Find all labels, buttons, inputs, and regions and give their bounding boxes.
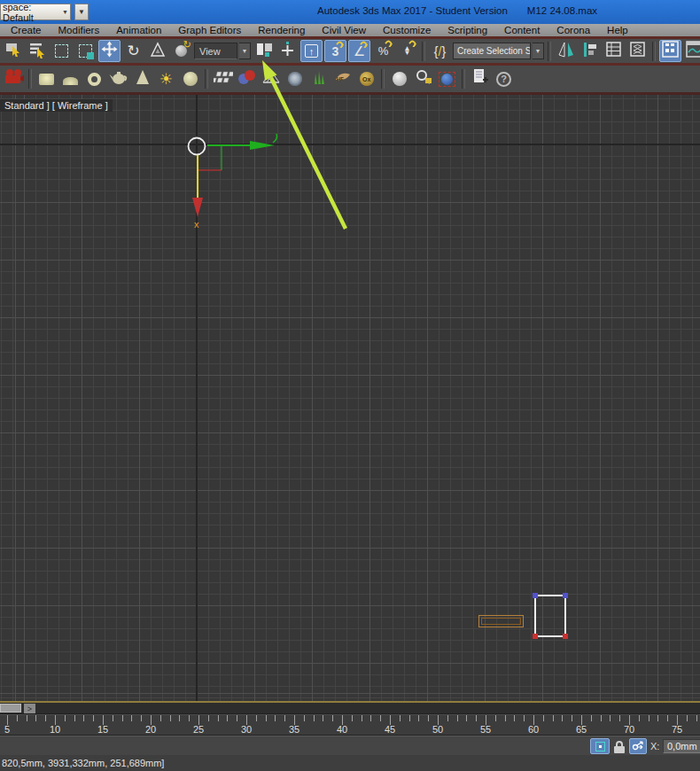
- select-and-scale-button[interactable]: [146, 40, 168, 62]
- align-button[interactable]: [579, 40, 601, 62]
- menu-modifiers[interactable]: Modifiers: [58, 25, 100, 35]
- viewport[interactable]: Standard ] [ Wireframe ] x: [0, 95, 700, 701]
- workspace-menu-button[interactable]: ▼: [74, 4, 89, 20]
- ruler-tick: [667, 715, 668, 721]
- keyboard-shortcut-override-button[interactable]: ↑: [300, 40, 323, 62]
- move-gizmo[interactable]: x: [168, 115, 301, 244]
- zoom-lock-button[interactable]: [412, 68, 434, 90]
- select-by-name-button[interactable]: [27, 40, 49, 62]
- rectangular-selection-region-button[interactable]: [51, 40, 73, 62]
- ruler-tick: [113, 715, 113, 721]
- material-sphere-button[interactable]: [388, 68, 410, 90]
- mirror-icon: [557, 41, 575, 62]
- percent-snap-toggle-button[interactable]: %: [372, 40, 394, 62]
- create-teapot-button[interactable]: [107, 68, 129, 90]
- orange-wireframe-object[interactable]: [478, 615, 524, 627]
- menu-rendering[interactable]: Rendering: [258, 25, 305, 35]
- absolute-offset-mode-toggle[interactable]: [629, 738, 647, 754]
- vertex-unselected[interactable]: [533, 593, 538, 598]
- toggle-scene-explorer-button[interactable]: [603, 40, 625, 62]
- edit-named-selection-sets-button[interactable]: {/}: [429, 40, 451, 62]
- menu-corona[interactable]: Corona: [556, 25, 590, 35]
- menu-help[interactable]: Help: [607, 25, 628, 35]
- select-and-place-button[interactable]: ↻: [170, 40, 192, 62]
- x-coordinate-field[interactable]: 0,0mm: [663, 739, 700, 753]
- particle-array-button[interactable]: [212, 68, 234, 90]
- vertex-unselected[interactable]: [563, 593, 568, 598]
- snaps-toggle-3d-button[interactable]: 3: [324, 40, 346, 62]
- toolbar-divider: [28, 69, 32, 89]
- grass-tool-button[interactable]: [307, 68, 330, 90]
- molecule-icon: [237, 69, 257, 89]
- ruler-tick: [170, 715, 171, 721]
- menu-animation[interactable]: Animation: [116, 25, 161, 35]
- reference-coordinate-dropdown-arrow[interactable]: ▼: [239, 43, 251, 59]
- menu-customize[interactable]: Customize: [383, 25, 431, 35]
- hairfarm-label: HF: [337, 76, 344, 82]
- select-object-button[interactable]: [3, 40, 25, 62]
- menu-scripting[interactable]: Scripting: [447, 25, 487, 35]
- camera-tool-button[interactable]: [3, 68, 25, 90]
- menu-graph-editors[interactable]: Graph Editors: [178, 25, 241, 35]
- toggle-ribbon-button[interactable]: [659, 40, 681, 62]
- scrollbar-right-button[interactable]: >: [24, 704, 35, 713]
- create-light-button[interactable]: ☀: [155, 68, 177, 90]
- horizontal-scrollbar[interactable]: >: [0, 703, 700, 714]
- create-sphere-button[interactable]: [179, 68, 201, 90]
- isolate-selection-toggle[interactable]: [590, 738, 610, 754]
- ruler-tick: [179, 715, 180, 721]
- use-pivot-point-center-button[interactable]: [253, 40, 275, 62]
- viewport-label[interactable]: Standard ] [ Wireframe ]: [0, 99, 113, 112]
- spinner-snap-toggle-button[interactable]: ▲▼: [396, 40, 418, 62]
- workspace-dropdown[interactable]: space: Default ▼: [0, 4, 71, 20]
- ruler-tick: [591, 715, 592, 721]
- grid-origin-vertical-line: [196, 95, 198, 701]
- molecule-tool-button[interactable]: [236, 68, 258, 90]
- ox-plugin-button[interactable]: Ox: [355, 68, 377, 90]
- select-and-rotate-button[interactable]: ↻: [122, 40, 144, 62]
- camera-pyramid-button[interactable]: [260, 68, 282, 90]
- window-crossing-toggle-button[interactable]: [74, 40, 97, 62]
- menu-civil-view[interactable]: Civil View: [322, 25, 366, 35]
- ruler-tick: [131, 715, 132, 721]
- ruler-tick: [649, 715, 649, 721]
- select-and-move-button[interactable]: [98, 40, 121, 62]
- hairfarm-tool-button[interactable]: HF: [331, 68, 354, 90]
- sphere-primitive-icon: [183, 72, 198, 86]
- snap-3d-icon: 3: [332, 45, 339, 58]
- pyramid-icon: [261, 69, 281, 89]
- ruler-tick: [601, 715, 602, 721]
- create-ring-button[interactable]: [83, 68, 105, 90]
- menu-content[interactable]: Content: [504, 25, 540, 35]
- curve-editor-button[interactable]: [683, 40, 700, 62]
- ribbon-icon: [662, 41, 679, 61]
- vertex-selected[interactable]: [533, 634, 538, 639]
- angle-snap-toggle-button[interactable]: ∠: [348, 40, 370, 62]
- toggle-layer-explorer-button[interactable]: [626, 40, 649, 62]
- selected-rectangle-spline[interactable]: [534, 595, 566, 637]
- ruler-tick-label: 40: [337, 724, 347, 735]
- menu-create[interactable]: Create: [11, 25, 42, 35]
- create-box-button[interactable]: [35, 68, 58, 90]
- foliage-rock-button[interactable]: [284, 68, 306, 90]
- selection-lock-toggle[interactable]: [613, 738, 626, 754]
- named-selection-set-combo[interactable]: Create Selection Se: [453, 43, 531, 59]
- scrollbar-thumb[interactable]: [0, 704, 21, 713]
- named-selection-set-arrow[interactable]: ▼: [533, 43, 544, 59]
- create-dome-button[interactable]: [59, 68, 82, 90]
- ruler-tick: [208, 715, 209, 721]
- orange-object-inner-edge: [481, 618, 521, 625]
- vertex-selected[interactable]: [563, 634, 568, 639]
- new-script-button[interactable]: [469, 68, 491, 90]
- create-cone-button[interactable]: [131, 68, 153, 90]
- reference-coordinate-dropdown[interactable]: View: [194, 43, 237, 59]
- ruler-tick-label: 75: [672, 724, 682, 735]
- camera-icon: [4, 68, 25, 90]
- mirror-button[interactable]: [555, 40, 577, 62]
- select-and-manipulate-button[interactable]: [276, 40, 299, 62]
- ruler-tick: [610, 715, 611, 721]
- trackbar-ruler[interactable]: 51015202530354045505560657075: [0, 714, 700, 736]
- help-button[interactable]: ?: [493, 68, 515, 90]
- selection-sphere-button[interactable]: [436, 68, 458, 90]
- prompt-bar: 820,5mm, 3931,332mm, 251,689mm]: [0, 755, 700, 771]
